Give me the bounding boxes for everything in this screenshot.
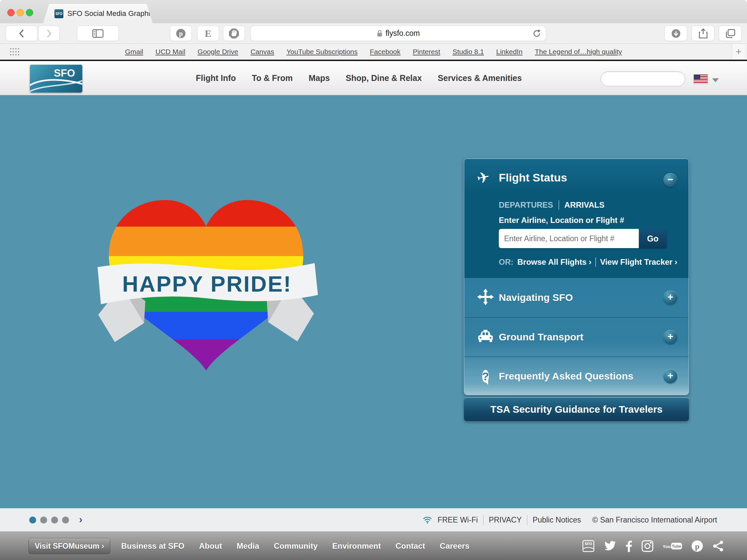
tab-overview-button[interactable] [719, 26, 741, 41]
youtube-icon[interactable]: You Tube [663, 542, 682, 550]
navigating-sfo-row[interactable]: Navigating SFO + [464, 278, 689, 317]
footer-about[interactable]: About [199, 541, 222, 551]
tab-separator [559, 201, 559, 210]
bookmark-youtube-subscriptions[interactable]: YouTube Subscriptions [286, 48, 357, 56]
tabs-icon [725, 29, 736, 38]
or-prefix: OR: [499, 258, 513, 267]
tsa-guidance-button[interactable]: TSA Security Guidance for Travelers [464, 397, 689, 421]
instagram-icon[interactable] [642, 540, 653, 552]
share-icon[interactable] [713, 540, 724, 552]
carousel-dot-3[interactable] [51, 516, 58, 524]
free-wifi-link[interactable]: FREE Wi-Fi [437, 515, 478, 525]
etsy-extension-button[interactable]: E [198, 26, 219, 41]
rainbow-heart-icon: HAPPY PRIDE! [88, 185, 324, 381]
back-button[interactable] [6, 26, 37, 41]
expand-faq-button[interactable]: + [663, 369, 677, 383]
bookmark-gmail[interactable]: Gmail [125, 48, 144, 56]
new-tab-button[interactable]: + [732, 44, 745, 59]
close-window-button[interactable] [7, 9, 15, 16]
footer-careers[interactable]: Careers [440, 541, 469, 551]
pride-heart-graphic: HAPPY PRIDE! [88, 185, 324, 381]
address-bar[interactable]: flysfo.com [251, 26, 546, 41]
sfo-logo-waves-icon [30, 65, 82, 92]
footer-media[interactable]: Media [237, 541, 259, 551]
main-navigation: Flight Info To & From Maps Shop, Dine & … [196, 61, 522, 95]
go-button[interactable]: Go [639, 229, 667, 248]
carousel-next-arrow[interactable]: › [79, 513, 82, 526]
minimize-window-button[interactable] [17, 9, 24, 16]
browser-tab[interactable]: SFO SFO Social Media Graphics [43, 4, 153, 23]
bookmark-canvas[interactable]: Canvas [251, 48, 274, 56]
nav-flight-info[interactable]: Flight Info [196, 73, 236, 83]
share-button[interactable] [692, 26, 714, 41]
adblock-extension-button[interactable] [223, 26, 244, 41]
carousel-dot-2[interactable] [40, 516, 47, 524]
navigating-sfo-label: Navigating SFO [499, 292, 573, 303]
bookmark-ucd-mail[interactable]: UCD Mail [156, 48, 185, 56]
tab-departures[interactable]: DEPARTURES [499, 201, 553, 210]
sfo-logo[interactable]: SFO [30, 65, 82, 92]
sidebar-icon [92, 29, 104, 38]
pinterest-extension-button[interactable]: p [170, 26, 191, 41]
widget-rows: Navigating SFO + [464, 278, 689, 395]
move-arrows-icon [477, 289, 494, 306]
ground-transport-label: Ground Transport [499, 331, 584, 343]
bookmark-linkedin[interactable]: LinkedIn [496, 48, 522, 56]
bookmark-google-drive[interactable]: Google Drive [198, 48, 238, 56]
expand-transport-button[interactable]: + [663, 330, 677, 344]
expand-navigating-button[interactable]: + [663, 291, 677, 304]
nav-services-amenities[interactable]: Services & Amenities [438, 73, 522, 83]
download-icon [671, 29, 680, 38]
sfo-logo-icon[interactable]: SFO [583, 540, 594, 552]
footer-contact[interactable]: Contact [395, 541, 425, 551]
sub-footer: › FREE Wi-Fi PRIVACY Public Notices © Sa… [0, 508, 747, 531]
facebook-icon[interactable] [625, 540, 632, 552]
language-flag-us[interactable] [694, 74, 708, 84]
bookmarks-bar: Gmail UCD Mail Google Drive Canvas YouTu… [0, 44, 747, 60]
footer-environment[interactable]: Environment [332, 541, 381, 551]
bookmark-pinterest[interactable]: Pinterest [413, 48, 440, 56]
pride-banner-text: HAPPY PRIDE! [122, 271, 292, 296]
faq-row[interactable]: ? Frequently Asked Questions + [464, 356, 689, 395]
public-notices-link[interactable]: Public Notices [533, 515, 581, 525]
carousel-dot-1[interactable] [29, 516, 36, 524]
bookmark-studio-81[interactable]: Studio 8.1 [453, 48, 484, 56]
footer-links: Business at SFO About Media Community En… [121, 532, 469, 560]
site-search-input[interactable] [601, 72, 700, 86]
privacy-link[interactable]: PRIVACY [489, 515, 522, 525]
bookmark-the-legend-of[interactable]: The Legend of…high quality [535, 48, 622, 56]
svg-text:You: You [663, 544, 671, 549]
tab-arrivals[interactable]: ARRIVALS [565, 201, 604, 210]
browse-all-flights-link[interactable]: Browse All Flights › [517, 258, 591, 267]
lock-icon [377, 29, 383, 37]
view-flight-tracker-link[interactable]: View Flight Tracker › [600, 258, 677, 267]
flight-search-row: Go [499, 229, 667, 248]
twitter-icon[interactable] [603, 541, 616, 551]
bookmark-facebook[interactable]: Facebook [370, 48, 401, 56]
ground-transport-row[interactable]: Ground Transport + [464, 317, 689, 356]
visit-sfomuseum-button[interactable]: Visit SFOMuseum › [29, 538, 110, 554]
footer-business-at-sfo[interactable]: Business at SFO [121, 541, 184, 551]
reload-icon[interactable] [532, 29, 541, 38]
nav-shop-dine-relax[interactable]: Shop, Dine & Relax [346, 73, 422, 83]
frequently-visited-grid-icon[interactable] [9, 48, 21, 56]
flag-canton [694, 75, 700, 79]
collapse-button[interactable]: − [663, 173, 677, 187]
footer: Visit SFOMuseum › Business at SFO About … [0, 531, 747, 560]
chevron-down-icon[interactable] [712, 78, 719, 82]
sidebar-button[interactable] [77, 26, 119, 41]
downloads-button[interactable] [665, 26, 687, 41]
footer-community[interactable]: Community [274, 541, 317, 551]
forward-button[interactable] [38, 26, 59, 41]
flight-links-row: OR: Browse All Flights › View Flight Tra… [499, 258, 677, 267]
nav-to-and-from[interactable]: To & From [252, 73, 293, 83]
carousel-dot-4[interactable] [62, 516, 69, 524]
bookmark-links: Gmail UCD Mail Google Drive Canvas YouTu… [40, 44, 707, 59]
zoom-window-button[interactable] [26, 9, 33, 16]
sub-footer-links: FREE Wi-Fi PRIVACY Public Notices © San … [423, 508, 717, 531]
flight-status-tabs: DEPARTURES ARRIVALS [499, 201, 604, 210]
flight-search-input[interactable] [499, 229, 639, 248]
pinterest-icon[interactable]: p [691, 540, 703, 552]
nav-maps[interactable]: Maps [309, 73, 330, 83]
svg-text:p: p [179, 30, 182, 37]
